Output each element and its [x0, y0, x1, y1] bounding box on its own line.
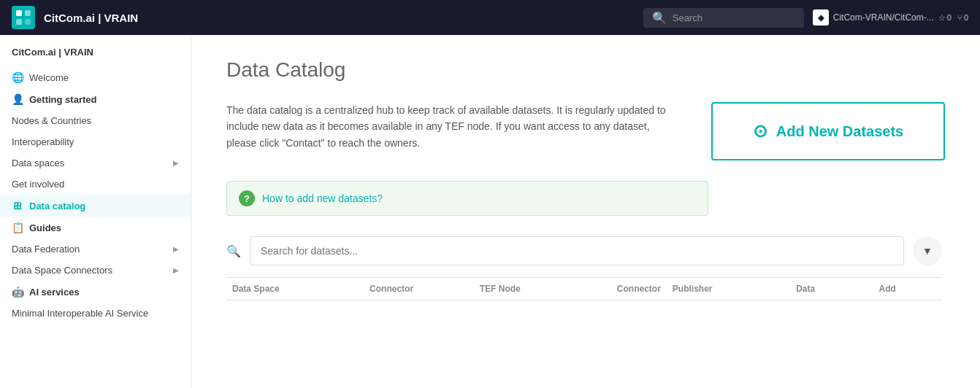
- data-federation-arrow-icon: ▶: [173, 245, 179, 253]
- ai-services-icon: 🤖: [12, 286, 23, 298]
- sidebar-item-minimal-interoperable[interactable]: Minimal Interoperable AI Service: [0, 303, 191, 324]
- navbar-search-box[interactable]: 🔍: [643, 8, 804, 28]
- repo-icon: ◆: [813, 9, 829, 26]
- sidebar-project-title: CitCom.ai | VRAIN: [0, 47, 191, 66]
- sidebar-interoperability-label: Interoperability: [12, 136, 74, 147]
- repo-forks: ⑂0: [957, 13, 968, 22]
- sidebar-item-ai-services[interactable]: 🤖 AI services: [0, 281, 191, 303]
- col-header-connector: Connector: [364, 284, 474, 294]
- sidebar-guides-label: Guides: [29, 222, 61, 233]
- sidebar-item-welcome[interactable]: 🌐 Welcome: [0, 66, 191, 88]
- col-header-add: Add: [873, 284, 942, 294]
- getting-started-icon: 👤: [12, 93, 23, 105]
- sidebar-ai-services-label: AI services: [29, 287, 80, 298]
- main-layout: CitCom.ai | VRAIN 🌐 Welcome 👤 Getting st…: [0, 35, 980, 388]
- search-section: 🔍 ▼: [226, 236, 942, 265]
- connectors-arrow-icon: ▶: [173, 266, 179, 274]
- sidebar-data-space-connectors-label: Data Space Connectors: [12, 265, 112, 276]
- sidebar-item-data-federation[interactable]: Data Federation ▶: [0, 238, 191, 260]
- navbar-logo: [12, 6, 35, 29]
- navbar-search-input[interactable]: [673, 12, 795, 23]
- svg-rect-3: [25, 19, 31, 25]
- sidebar-item-data-space-connectors[interactable]: Data Space Connectors ▶: [0, 260, 191, 281]
- sidebar-item-getting-started[interactable]: 👤 Getting started: [0, 88, 191, 110]
- welcome-icon: 🌐: [12, 71, 23, 83]
- col-header-data: Data: [790, 284, 873, 294]
- content-body: The data catalog is a centralized hub to…: [226, 102, 945, 160]
- guides-icon: 📋: [12, 222, 23, 233]
- data-spaces-arrow-icon: ▶: [173, 159, 179, 167]
- navbar-repo: ◆ CitCom-VRAIN/CitCom-... ☆0 ⑂0: [813, 9, 968, 26]
- col-header-connector2: Connector: [611, 284, 667, 294]
- sidebar-get-involved-label: Get involved: [12, 179, 64, 190]
- search-icon: 🔍: [652, 11, 667, 25]
- col-header-publisher: Publisher: [667, 284, 790, 294]
- sidebar-item-guides[interactable]: 📋 Guides: [0, 217, 191, 238]
- dataset-search-input[interactable]: [250, 236, 904, 265]
- info-icon: ?: [239, 190, 255, 206]
- table-header: Data Space Connector TEF Node Connector …: [226, 277, 942, 300]
- sidebar-item-interoperability[interactable]: Interoperability: [0, 131, 191, 152]
- sidebar-minimal-interoperable-label: Minimal Interoperable AI Service: [12, 308, 148, 319]
- main-content: Data Catalog The data catalog is a centr…: [191, 35, 980, 388]
- repo-stars: ☆0: [938, 13, 952, 23]
- filter-icon: ▼: [922, 245, 933, 257]
- add-datasets-label: Add New Datasets: [776, 123, 904, 140]
- github-icon: ⊙: [753, 121, 767, 141]
- filter-button[interactable]: ▼: [913, 236, 942, 265]
- sidebar-item-welcome-label: Welcome: [29, 72, 69, 83]
- svg-rect-0: [16, 10, 22, 16]
- info-banner[interactable]: ? How to add new datasets?: [226, 181, 708, 216]
- repo-name: CitCom-VRAIN/CitCom-...: [833, 12, 934, 23]
- navbar-title: CitCom.ai | VRAIN: [44, 12, 635, 24]
- page-title: Data Catalog: [226, 58, 945, 82]
- content-description: The data catalog is a centralized hub to…: [226, 102, 682, 160]
- sidebar-data-federation-label: Data Federation: [12, 244, 80, 255]
- info-banner-text[interactable]: How to add new datasets?: [262, 193, 383, 204]
- sidebar-item-nodes-countries[interactable]: Nodes & Countries: [0, 110, 191, 131]
- col-header-data-space: Data Space: [226, 284, 364, 294]
- sidebar-data-spaces-label: Data spaces: [12, 158, 64, 168]
- sidebar-nodes-countries-label: Nodes & Countries: [12, 115, 91, 126]
- sidebar-getting-started-label: Getting started: [29, 94, 96, 105]
- sidebar-item-data-catalog[interactable]: ⊞ Data catalog: [0, 195, 191, 217]
- data-catalog-icon: ⊞: [12, 200, 23, 212]
- svg-rect-2: [16, 19, 22, 25]
- sidebar-item-data-spaces[interactable]: Data spaces ▶: [0, 152, 191, 174]
- svg-rect-1: [25, 10, 31, 16]
- repo-stats: ☆0 ⑂0: [938, 13, 968, 23]
- sidebar-data-catalog-label: Data catalog: [29, 201, 85, 212]
- add-new-datasets-button[interactable]: ⊙ Add New Datasets: [711, 102, 945, 160]
- dataset-search-icon: 🔍: [226, 244, 241, 258]
- sidebar: CitCom.ai | VRAIN 🌐 Welcome 👤 Getting st…: [0, 35, 191, 388]
- navbar: CitCom.ai | VRAIN 🔍 ◆ CitCom-VRAIN/CitCo…: [0, 0, 980, 35]
- sidebar-item-get-involved[interactable]: Get involved: [0, 174, 191, 195]
- col-header-tef-node: TEF Node: [474, 284, 611, 294]
